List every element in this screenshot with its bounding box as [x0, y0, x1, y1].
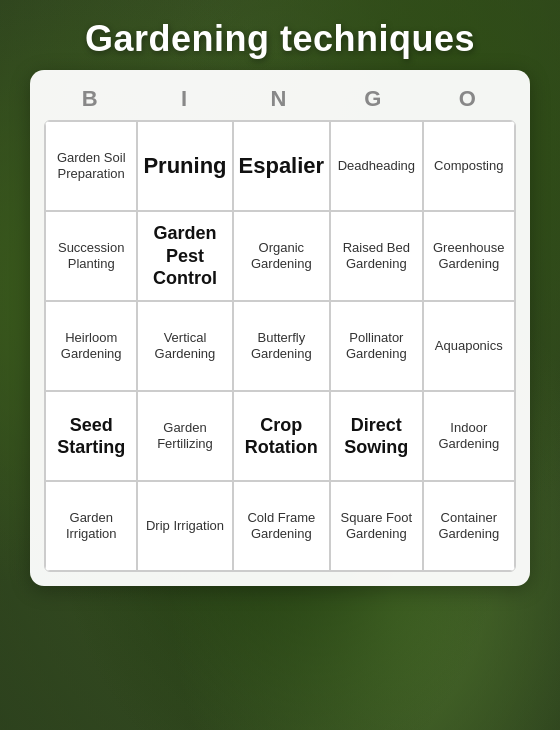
bingo-cell[interactable]: Succession Planting: [45, 211, 137, 301]
bingo-cell[interactable]: Pollinator Gardening: [330, 301, 422, 391]
main-content: Gardening techniques BINGO Garden Soil P…: [0, 0, 560, 730]
bingo-cell[interactable]: Container Gardening: [423, 481, 515, 571]
bingo-cell[interactable]: Indoor Gardening: [423, 391, 515, 481]
bingo-letter: G: [327, 82, 421, 116]
bingo-cell[interactable]: Cold Frame Gardening: [233, 481, 331, 571]
bingo-grid: Garden Soil PreparationPruningEspalierDe…: [44, 120, 516, 572]
bingo-letter: I: [138, 82, 232, 116]
bingo-cell[interactable]: Crop Rotation: [233, 391, 331, 481]
bingo-cell[interactable]: Drip Irrigation: [137, 481, 232, 571]
bingo-cell[interactable]: Butterfly Gardening: [233, 301, 331, 391]
bingo-letter: O: [422, 82, 516, 116]
bingo-cell[interactable]: Garden Pest Control: [137, 211, 232, 301]
bingo-cell[interactable]: Garden Irrigation: [45, 481, 137, 571]
bingo-cell[interactable]: Pruning: [137, 121, 232, 211]
bingo-cell[interactable]: Garden Soil Preparation: [45, 121, 137, 211]
bingo-letter: B: [44, 82, 138, 116]
bingo-cell[interactable]: Deadheading: [330, 121, 422, 211]
bingo-letter: N: [233, 82, 327, 116]
bingo-cell[interactable]: Heirloom Gardening: [45, 301, 137, 391]
bingo-cell[interactable]: Aquaponics: [423, 301, 515, 391]
bingo-cell[interactable]: Greenhouse Gardening: [423, 211, 515, 301]
page-title: Gardening techniques: [85, 18, 475, 60]
bingo-cell[interactable]: Vertical Gardening: [137, 301, 232, 391]
bingo-cell[interactable]: Raised Bed Gardening: [330, 211, 422, 301]
bingo-cell[interactable]: Organic Gardening: [233, 211, 331, 301]
bingo-cell[interactable]: Seed Starting: [45, 391, 137, 481]
bingo-cell[interactable]: Garden Fertilizing: [137, 391, 232, 481]
bingo-cell[interactable]: Espalier: [233, 121, 331, 211]
bingo-header: BINGO: [44, 82, 516, 116]
bingo-cell[interactable]: Square Foot Gardening: [330, 481, 422, 571]
bingo-cell[interactable]: Composting: [423, 121, 515, 211]
bingo-cell[interactable]: Direct Sowing: [330, 391, 422, 481]
bingo-card: BINGO Garden Soil PreparationPruningEspa…: [30, 70, 530, 586]
